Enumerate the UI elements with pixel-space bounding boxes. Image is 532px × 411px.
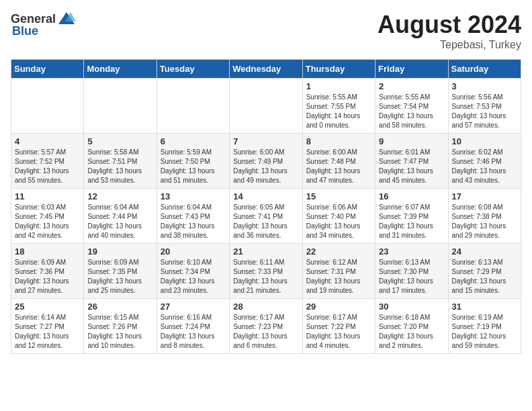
sunset-text: Sunset: 7:46 PM [452, 158, 502, 165]
daylight-text: Daylight: 13 hours and 49 minutes. [233, 167, 287, 184]
sunrise-text: Sunrise: 6:02 AM [452, 148, 503, 156]
day-number: 26 [87, 302, 152, 312]
daylight-text: Daylight: 13 hours and 12 minutes. [15, 332, 69, 349]
week-row-5: 25Sunrise: 6:14 AMSunset: 7:27 PMDayligh… [11, 299, 521, 354]
cell-detail: Sunrise: 6:18 AMSunset: 7:20 PMDaylight:… [379, 313, 444, 351]
sunset-text: Sunset: 7:31 PM [306, 268, 356, 275]
sunrise-text: Sunrise: 6:09 AM [15, 259, 66, 266]
day-number: 12 [87, 191, 152, 201]
sunset-text: Sunset: 7:54 PM [379, 103, 429, 110]
table-cell: 15Sunrise: 6:06 AMSunset: 7:40 PMDayligh… [302, 189, 375, 244]
daylight-text: Daylight: 14 hours and 0 minutes. [306, 112, 361, 129]
table-cell: 23Sunrise: 6:13 AMSunset: 7:30 PMDayligh… [375, 244, 448, 299]
sunrise-text: Sunrise: 6:12 AM [306, 259, 357, 266]
cell-detail: Sunrise: 6:02 AMSunset: 7:46 PMDaylight:… [452, 148, 517, 185]
calendar-table: Sunday Monday Tuesday Wednesday Thursday… [11, 59, 521, 354]
sunrise-text: Sunrise: 5:56 AM [452, 93, 503, 101]
header: General Blue August 2024 Tepebasi, Turke… [11, 11, 521, 51]
daylight-text: Daylight: 13 hours and 40 minutes. [87, 222, 142, 239]
daylight-text: Daylight: 13 hours and 51 minutes. [161, 167, 215, 184]
logo-icon [57, 11, 76, 27]
daylight-text: Daylight: 12 hours and 59 minutes. [452, 332, 506, 349]
sunset-text: Sunset: 7:27 PM [15, 323, 64, 330]
table-cell: 25Sunrise: 6:14 AMSunset: 7:27 PMDayligh… [11, 299, 84, 354]
cell-detail: Sunrise: 5:57 AMSunset: 7:52 PMDaylight:… [15, 148, 80, 185]
cell-detail: Sunrise: 6:04 AMSunset: 7:43 PMDaylight:… [161, 203, 226, 240]
table-cell: 21Sunrise: 6:11 AMSunset: 7:33 PMDayligh… [230, 244, 302, 299]
daylight-text: Daylight: 13 hours and 8 minutes. [161, 332, 215, 349]
cell-detail: Sunrise: 6:08 AMSunset: 7:38 PMDaylight:… [452, 203, 517, 240]
daylight-text: Daylight: 13 hours and 57 minutes. [452, 112, 506, 129]
logo-text-blue: Blue [11, 24, 38, 38]
cell-detail: Sunrise: 6:14 AMSunset: 7:27 PMDaylight:… [15, 313, 80, 351]
month-year: August 2024 [378, 11, 521, 39]
daylight-text: Daylight: 13 hours and 15 minutes. [452, 277, 506, 294]
cell-detail: Sunrise: 5:58 AMSunset: 7:51 PMDaylight:… [87, 148, 152, 185]
sunset-text: Sunset: 7:23 PM [233, 323, 283, 330]
daylight-text: Daylight: 13 hours and 53 minutes. [87, 167, 142, 184]
daylight-text: Daylight: 13 hours and 6 minutes. [233, 332, 287, 349]
sunset-text: Sunset: 7:19 PM [452, 323, 502, 330]
sunset-text: Sunset: 7:45 PM [15, 213, 64, 220]
table-cell: 31Sunrise: 6:19 AMSunset: 7:19 PMDayligh… [448, 299, 521, 354]
header-friday: Friday [375, 60, 448, 79]
table-cell: 16Sunrise: 6:07 AMSunset: 7:39 PMDayligh… [375, 189, 448, 244]
cell-detail: Sunrise: 6:15 AMSunset: 7:26 PMDaylight:… [87, 313, 152, 351]
day-number: 6 [161, 136, 226, 146]
day-number: 19 [87, 246, 152, 257]
sunset-text: Sunset: 7:35 PM [87, 268, 137, 275]
sunset-text: Sunset: 7:48 PM [306, 158, 356, 165]
day-number: 13 [161, 191, 226, 201]
sunset-text: Sunset: 7:51 PM [87, 158, 137, 165]
day-number: 1 [306, 81, 371, 91]
day-number: 8 [306, 136, 371, 146]
sunrise-text: Sunrise: 6:05 AM [233, 203, 284, 211]
sunrise-text: Sunrise: 6:19 AM [452, 314, 503, 321]
cell-detail: Sunrise: 5:55 AMSunset: 7:55 PMDaylight:… [306, 93, 371, 130]
table-cell: 22Sunrise: 6:12 AMSunset: 7:31 PMDayligh… [302, 244, 375, 299]
sunrise-text: Sunrise: 6:01 AM [379, 148, 430, 156]
sunset-text: Sunset: 7:43 PM [161, 213, 210, 220]
day-number: 24 [452, 246, 517, 257]
sunrise-text: Sunrise: 6:06 AM [306, 203, 357, 211]
cell-detail: Sunrise: 5:56 AMSunset: 7:53 PMDaylight:… [452, 93, 517, 130]
sunset-text: Sunset: 7:47 PM [379, 158, 429, 165]
sunset-text: Sunset: 7:39 PM [379, 213, 429, 220]
sunset-text: Sunset: 7:38 PM [452, 213, 502, 220]
header-monday: Monday [84, 60, 157, 79]
daylight-text: Daylight: 13 hours and 45 minutes. [379, 167, 433, 184]
table-cell: 17Sunrise: 6:08 AMSunset: 7:38 PMDayligh… [448, 189, 521, 244]
daylight-text: Daylight: 13 hours and 23 minutes. [161, 277, 215, 294]
cell-detail: Sunrise: 6:01 AMSunset: 7:47 PMDaylight:… [379, 148, 444, 185]
sunrise-text: Sunrise: 5:57 AM [15, 148, 66, 156]
table-cell: 3Sunrise: 5:56 AMSunset: 7:53 PMDaylight… [448, 79, 521, 134]
daylight-text: Daylight: 13 hours and 27 minutes. [15, 277, 69, 294]
cell-detail: Sunrise: 6:00 AMSunset: 7:49 PMDaylight:… [233, 148, 298, 185]
day-number: 10 [452, 136, 517, 146]
daylight-text: Daylight: 13 hours and 10 minutes. [87, 332, 142, 349]
daylight-text: Daylight: 13 hours and 4 minutes. [306, 332, 361, 349]
table-cell [230, 79, 302, 134]
daylight-text: Daylight: 13 hours and 58 minutes. [379, 112, 433, 129]
table-cell: 1Sunrise: 5:55 AMSunset: 7:55 PMDaylight… [302, 79, 375, 134]
table-cell: 26Sunrise: 6:15 AMSunset: 7:26 PMDayligh… [84, 299, 157, 354]
daylight-text: Daylight: 13 hours and 17 minutes. [379, 277, 433, 294]
header-wednesday: Wednesday [230, 60, 302, 79]
cell-detail: Sunrise: 6:17 AMSunset: 7:22 PMDaylight:… [306, 313, 371, 351]
sunrise-text: Sunrise: 6:09 AM [87, 259, 138, 266]
daylight-text: Daylight: 13 hours and 19 minutes. [306, 277, 361, 294]
table-cell [11, 79, 84, 134]
cell-detail: Sunrise: 6:16 AMSunset: 7:24 PMDaylight:… [161, 313, 226, 351]
day-number: 31 [452, 302, 517, 312]
sunrise-text: Sunrise: 6:13 AM [379, 259, 430, 266]
table-cell: 6Sunrise: 5:59 AMSunset: 7:50 PMDaylight… [157, 134, 229, 189]
week-row-2: 4Sunrise: 5:57 AMSunset: 7:52 PMDaylight… [11, 134, 521, 189]
table-cell [84, 79, 157, 134]
day-number: 21 [233, 246, 298, 257]
sunset-text: Sunset: 7:24 PM [161, 323, 210, 330]
cell-detail: Sunrise: 6:04 AMSunset: 7:44 PMDaylight:… [87, 203, 152, 240]
sunset-text: Sunset: 7:44 PM [87, 213, 137, 220]
table-cell: 24Sunrise: 6:13 AMSunset: 7:29 PMDayligh… [448, 244, 521, 299]
cell-detail: Sunrise: 6:09 AMSunset: 7:36 PMDaylight:… [15, 258, 80, 295]
day-number: 7 [233, 136, 298, 146]
